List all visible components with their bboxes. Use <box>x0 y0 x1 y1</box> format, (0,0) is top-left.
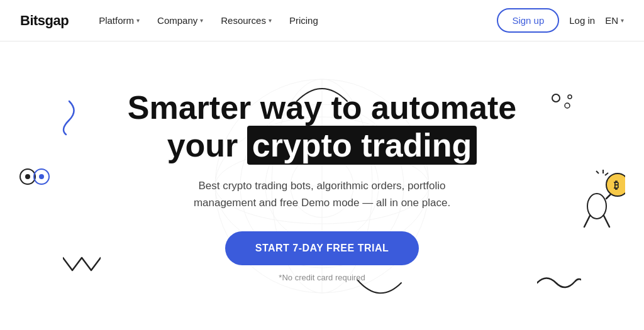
hero-section: ₿ Smarter way to automate your crypto tr… <box>0 41 644 330</box>
svg-point-15 <box>568 95 572 99</box>
hero-subtitle: Best crypto trading bots, algorithmic or… <box>171 177 473 211</box>
svg-line-16 <box>584 214 591 227</box>
trial-button[interactable]: START 7-DAY FREE TRIAL <box>225 231 419 265</box>
circles-decoration-tr <box>550 92 575 117</box>
svg-point-19 <box>587 194 606 219</box>
nav-item-platform[interactable]: Platform ▾ <box>91 10 147 31</box>
hero-title-line1: Smarter way to automate <box>128 89 516 126</box>
chevron-down-icon: ▾ <box>136 17 140 24</box>
lang-label: EN <box>605 15 618 26</box>
squiggle-decoration-tl <box>50 98 82 136</box>
bitcoin-character-decoration: ₿ <box>569 167 625 230</box>
svg-point-13 <box>552 94 560 102</box>
svg-line-23 <box>605 173 608 175</box>
nav-links: Platform ▾ Company ▾ Resources ▾ Pricing <box>91 10 497 31</box>
svg-text:₿: ₿ <box>614 180 619 190</box>
login-button[interactable]: Log in <box>569 15 595 26</box>
nav-company-label: Company <box>157 15 197 26</box>
nav-item-company[interactable]: Company ▾ <box>150 10 211 31</box>
no-credit-card-note: *No credit card required <box>279 273 365 282</box>
language-selector[interactable]: EN ▾ <box>605 15 624 26</box>
hero-title-highlight: crypto trading <box>247 126 477 165</box>
chevron-down-icon: ▾ <box>621 17 624 24</box>
hero-title: Smarter way to automate your crypto trad… <box>128 89 516 165</box>
svg-line-17 <box>603 214 609 227</box>
nav-item-pricing[interactable]: Pricing <box>282 10 326 31</box>
nav-right: Sign up Log in EN ▾ <box>497 8 624 33</box>
hero-title-line2-plain: your <box>167 127 247 163</box>
svg-point-12 <box>39 174 44 179</box>
nav-pricing-label: Pricing <box>289 15 318 26</box>
svg-point-14 <box>565 103 570 108</box>
nav-item-resources[interactable]: Resources ▾ <box>213 10 279 31</box>
svg-point-10 <box>25 174 30 179</box>
circles-decoration-left <box>19 167 53 186</box>
chevron-down-icon: ▾ <box>200 17 203 24</box>
chevron-down-icon: ▾ <box>269 17 272 24</box>
squiggle-decoration-br <box>537 270 581 292</box>
navbar: Bitsgap Platform ▾ Company ▾ Resources ▾… <box>0 0 644 41</box>
signup-button[interactable]: Sign up <box>497 8 559 33</box>
zigzag-decoration-bl <box>63 255 101 273</box>
nav-platform-label: Platform <box>99 15 134 26</box>
svg-line-24 <box>596 171 599 173</box>
nav-resources-label: Resources <box>221 15 266 26</box>
logo[interactable]: Bitsgap <box>20 13 69 29</box>
